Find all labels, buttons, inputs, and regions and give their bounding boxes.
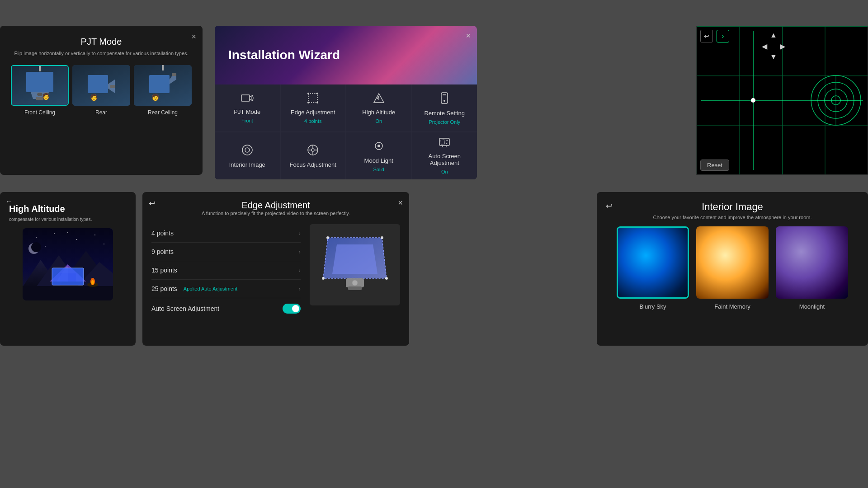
wizard-item-auto-screen-label: Auto Screen Adjustment — [417, 153, 473, 166]
pjt-mode-panel: × PJT Mode Flip image horizontally or ve… — [0, 26, 203, 175]
svg-rect-73 — [52, 268, 84, 285]
pjt-title: PJT Mode — [11, 37, 192, 47]
altitude-image — [23, 228, 113, 300]
edge-title: Edge Adjustment — [151, 200, 400, 211]
svg-point-52 — [36, 237, 37, 238]
edge-back-button[interactable]: ↩ — [149, 198, 156, 208]
svg-rect-11 — [172, 73, 176, 76]
svg-rect-42 — [441, 140, 444, 144]
focus-adjustment-panel: ↩ › ▲ ◀ ▶ ▼ Reset — [696, 26, 868, 175]
pjt-thumb-rear-ceiling: 🧑 — [134, 65, 192, 106]
focus-back-button[interactable]: ↩ — [700, 30, 713, 42]
svg-line-44 — [446, 143, 448, 144]
moonlight-image — [776, 226, 848, 299]
auto-screen-icon — [439, 137, 450, 150]
interior-thumb-faint-memory — [696, 226, 769, 299]
interior-back-button[interactable]: ↩ — [606, 201, 613, 211]
interior-header: ↩ Interior Image Choose your favorite co… — [606, 201, 859, 220]
wizard-item-focus-adjustment[interactable]: Focus Adjustment — [281, 132, 346, 179]
remote-setting-icon — [440, 92, 448, 107]
faint-memory-image — [696, 226, 769, 299]
pjt-mode-rear-label: Rear — [72, 109, 130, 116]
edge-body: 4 points › 9 points › 15 points › 25 poi… — [142, 220, 409, 324]
svg-point-80 — [352, 280, 358, 286]
altitude-back-button[interactable]: ← — [5, 197, 13, 206]
edge-header: ↩ Edge Adjustment A function to precisel… — [142, 192, 409, 220]
interior-thumb-blurry-sky — [617, 226, 689, 299]
svg-point-28 — [242, 145, 252, 155]
wizard-title: Installation Wizard — [228, 48, 340, 62]
svg-rect-7 — [110, 85, 115, 88]
edge-close-button[interactable]: × — [398, 198, 403, 208]
focus-up-button[interactable]: ▲ — [768, 30, 779, 41]
interior-label-faint-memory: Faint Memory — [696, 303, 769, 310]
edge-option-25points[interactable]: 25 points Applied Auto Adjustment › — [151, 280, 301, 298]
pjt-mode-rear[interactable]: 🧑 Rear — [72, 65, 130, 116]
interior-image-panel: ↩ Interior Image Choose your favorite co… — [597, 192, 868, 346]
wizard-grid: PJT Mode Front Edge Adjustment 4 points … — [215, 84, 477, 179]
pjt-close-button[interactable]: × — [191, 32, 196, 42]
wizard-item-interior-image[interactable]: Interior Image — [215, 132, 280, 179]
pjt-mode-icon — [241, 93, 254, 106]
interior-item-blurry-sky[interactable]: Blurry Sky — [617, 226, 689, 310]
focus-right-button[interactable]: ▶ — [777, 41, 788, 52]
focus-nav: ↩ › — [700, 30, 729, 42]
interior-label-moonlight: Moonlight — [776, 303, 848, 310]
svg-marker-77 — [332, 244, 377, 274]
svg-point-29 — [245, 148, 250, 152]
svg-point-57 — [67, 232, 68, 233]
pjt-mode-front-ceiling[interactable]: 🧑 Front Ceiling — [11, 65, 69, 116]
interior-label-blurry-sky: Blurry Sky — [617, 303, 689, 310]
svg-point-19 — [316, 93, 318, 94]
svg-point-53 — [54, 233, 55, 234]
pjt-mode-rear-ceiling-label: Rear Ceiling — [134, 109, 192, 116]
mood-light-icon — [373, 140, 385, 155]
edge-15pts-arrow: › — [298, 267, 301, 274]
interior-item-faint-memory[interactable]: Faint Memory — [696, 226, 769, 310]
edge-subtitle: A function to precisely fit the projecte… — [151, 211, 400, 216]
focus-left-button[interactable]: ◀ — [759, 41, 770, 52]
wizard-item-auto-screen[interactable]: Auto Screen Adjustment On — [412, 132, 477, 179]
focus-arrow-controls: ▲ ◀ ▶ ▼ — [759, 30, 788, 62]
wizard-item-mood-light[interactable]: Mood Light Solid — [346, 132, 411, 179]
interior-item-moonlight[interactable]: Moonlight — [776, 226, 848, 310]
edge-auto-toggle[interactable] — [283, 304, 301, 314]
wizard-item-remote-setting[interactable]: Remote Setting Projector Only — [412, 84, 477, 131]
edge-projector-svg — [314, 229, 396, 301]
svg-point-83 — [385, 277, 388, 280]
wizard-item-high-altitude[interactable]: High Altitude On — [346, 84, 411, 131]
focus-down-button[interactable]: ▼ — [768, 52, 779, 62]
wizard-item-pjt-mode[interactable]: PJT Mode Front — [215, 84, 280, 131]
wizard-item-pjt-sub: Front — [241, 118, 253, 123]
edge-auto-label: Auto Screen Adjustment — [151, 305, 219, 312]
svg-rect-17 — [308, 94, 317, 103]
edge-9pts-label: 9 points — [151, 248, 174, 255]
wizard-item-auto-screen-sub: On — [441, 169, 448, 174]
svg-point-72 — [91, 280, 94, 285]
svg-point-54 — [76, 239, 77, 240]
pjt-thumb-rear: 🧑 — [72, 65, 130, 106]
edge-option-9points[interactable]: 9 points › — [151, 243, 301, 261]
edge-option-15points[interactable]: 15 points › — [151, 261, 301, 280]
interior-image-icon — [241, 144, 253, 159]
pjt-mode-rear-ceiling[interactable]: 🧑 Rear Ceiling — [134, 65, 192, 116]
svg-point-60 — [31, 242, 41, 252]
focus-reset-button[interactable]: Reset — [700, 160, 729, 171]
focus-next-button[interactable]: › — [717, 30, 729, 42]
svg-point-21 — [316, 102, 318, 103]
wizard-item-altitude-sub: On — [375, 118, 382, 124]
wizard-close-button[interactable]: × — [466, 31, 471, 41]
wizard-item-remote-label: Remote Setting — [424, 110, 465, 117]
wizard-item-mood-label: Mood Light — [364, 157, 393, 164]
svg-point-37 — [377, 145, 380, 147]
svg-text:🧑: 🧑 — [151, 94, 160, 101]
svg-rect-5 — [88, 75, 108, 93]
svg-text:🧑: 🧑 — [42, 93, 50, 100]
edge-option-auto-screen[interactable]: Auto Screen Adjustment — [151, 298, 301, 319]
edge-option-4points[interactable]: 4 points › — [151, 224, 301, 243]
pjt-thumb-front-ceiling: 🧑 — [11, 65, 69, 106]
wizard-item-edge-adjustment[interactable]: Edge Adjustment 4 points — [281, 84, 346, 131]
interior-subtitle: Choose your favorite content and improve… — [606, 215, 859, 220]
wizard-header: Installation Wizard × — [215, 26, 477, 84]
svg-rect-65 — [23, 286, 113, 300]
